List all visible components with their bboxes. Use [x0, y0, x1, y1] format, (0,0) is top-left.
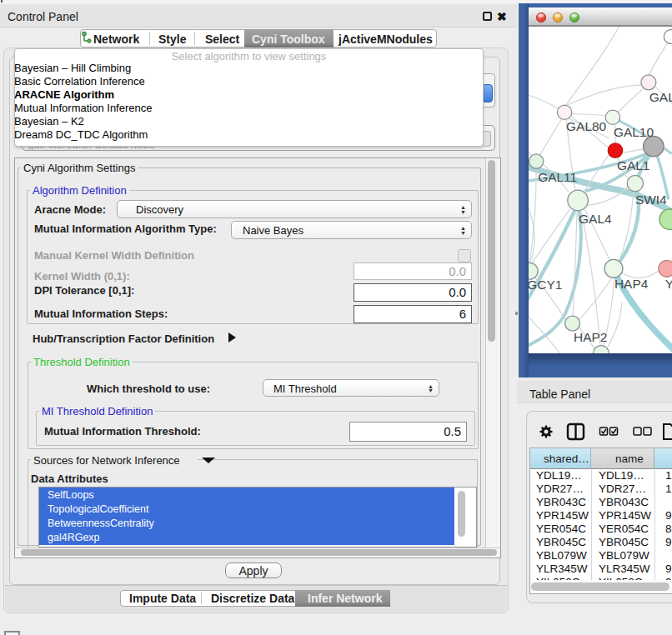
svg-text:HAP2: HAP2	[574, 330, 607, 344]
svg-text:GAL80: GAL80	[566, 119, 606, 133]
svg-text:SWI4: SWI4	[635, 192, 667, 207]
svg-text:Y: Y	[665, 277, 672, 291]
svg-text:GAL2: GAL2	[649, 90, 672, 104]
svg-text:GAL11: GAL11	[538, 170, 577, 184]
svg-text:HAP4: HAP4	[614, 277, 649, 291]
svg-text:GAL1: GAL1	[617, 158, 650, 172]
svg-text:GAL10: GAL10	[614, 125, 654, 139]
svg-text:GAL4: GAL4	[579, 212, 612, 226]
svg-text:GCY1: GCY1	[529, 278, 562, 292]
